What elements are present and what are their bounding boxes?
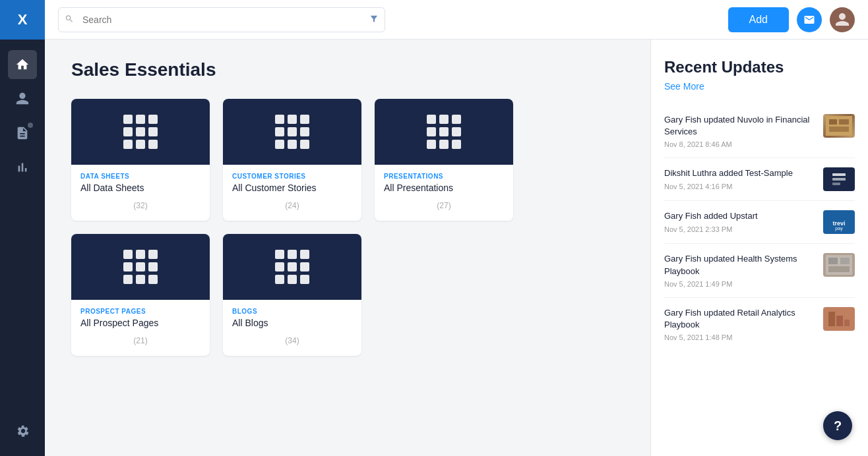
card-title: All Blogs: [232, 318, 352, 328]
topbar: Add: [45, 0, 868, 40]
card-title: All Presentations: [384, 183, 504, 193]
svg-rect-3: [829, 127, 849, 132]
card-presentations[interactable]: PRESENTATIONS All Presentations (27): [375, 99, 513, 221]
documents-icon: [15, 126, 30, 140]
card-thumb: [223, 99, 361, 165]
card-customer-stories[interactable]: CUSTOMER STORIES All Customer Stories (2…: [223, 99, 361, 221]
see-more-link[interactable]: See More: [664, 81, 704, 92]
grid-icon: [123, 250, 158, 284]
recent-updates-title: Recent Updates: [664, 58, 855, 76]
right-panel: Recent Updates See More Gary Fish update…: [650, 40, 868, 456]
update-text: Gary Fish updated Health Systems Playboo…: [664, 253, 817, 287]
card-category: PRESENTATIONS: [384, 173, 504, 180]
card-body: DATA SHEETS All Data Sheets (32): [71, 165, 210, 221]
card-title: All Data Sheets: [80, 183, 201, 193]
svg-rect-0: [826, 116, 852, 136]
update-thumbnail: [823, 253, 855, 277]
search-container: [58, 7, 385, 32]
update-item: Gary Fish updated Health Systems Playboo…: [664, 244, 855, 297]
update-desc: Gary Fish updated Retail Analytics Playb…: [664, 307, 817, 331]
sidebar-item-analytics[interactable]: [8, 153, 37, 182]
svg-text:pay: pay: [835, 226, 843, 231]
update-text: Gary Fish added Upstart Nov 5, 2021 2:33…: [664, 210, 817, 233]
grid-icon: [275, 250, 309, 284]
card-thumb: [71, 99, 210, 165]
card-prospect-pages[interactable]: PROSPECT PAGES All Prospect Pages (21): [71, 234, 210, 356]
search-icon: [65, 14, 74, 25]
add-button[interactable]: Add: [728, 7, 789, 32]
grid-icon: [275, 115, 309, 149]
avatar[interactable]: [830, 7, 855, 32]
card-body: PRESENTATIONS All Presentations (27): [375, 165, 513, 221]
sidebar-nav: [8, 40, 37, 416]
update-text: Dikshit Luthra added Test-Sample Nov 5, …: [664, 167, 817, 190]
settings-icon: [15, 424, 30, 438]
svg-rect-6: [832, 178, 846, 181]
card-count: (32): [80, 201, 201, 214]
update-time: Nov 5, 2021 2:33 PM: [664, 225, 817, 233]
update-time: Nov 5, 2021 1:49 PM: [664, 280, 817, 288]
update-desc: Gary Fish added Upstart: [664, 210, 817, 222]
card-category: CUSTOMER STORIES: [232, 173, 352, 180]
card-title: All Prospect Pages: [80, 318, 201, 328]
svg-rect-18: [844, 320, 850, 326]
update-desc: Gary Fish updated Health Systems Playboo…: [664, 253, 817, 277]
card-category: PROSPECT PAGES: [80, 308, 201, 315]
card-thumb: [375, 99, 513, 165]
card-body: BLOGS All Blogs (34): [223, 300, 361, 356]
update-item: Gary Fish updated Retail Analytics Playb…: [664, 298, 855, 351]
svg-rect-2: [839, 119, 849, 125]
update-item: Dikshit Luthra added Test-Sample Nov 5, …: [664, 158, 855, 201]
update-text: Gary Fish updated Nuvolo in Financial Se…: [664, 114, 817, 148]
svg-rect-14: [828, 266, 850, 272]
update-thumbnail: [823, 114, 855, 138]
sidebar-bottom: [8, 416, 37, 456]
update-thumbnail: [823, 167, 855, 191]
filter-icon[interactable]: [369, 14, 379, 25]
update-item: Gary Fish added Upstart Nov 5, 2021 2:33…: [664, 201, 855, 244]
update-desc: Dikshit Luthra added Test-Sample: [664, 167, 817, 179]
svg-rect-1: [829, 119, 837, 125]
svg-rect-5: [832, 173, 846, 176]
update-text: Gary Fish updated Retail Analytics Playb…: [664, 307, 817, 341]
update-item: Gary Fish updated Nuvolo in Financial Se…: [664, 105, 855, 158]
app-logo[interactable]: X: [0, 0, 45, 40]
page-title: Sales Essentials: [71, 59, 624, 80]
update-desc: Gary Fish updated Nuvolo in Financial Se…: [664, 114, 817, 138]
card-title: All Customer Stories: [232, 183, 352, 193]
sidebar-item-settings[interactable]: [8, 416, 37, 445]
sidebar-item-documents[interactable]: [8, 119, 37, 148]
update-thumbnail: trevi pay: [823, 210, 855, 234]
help-button[interactable]: ?: [823, 411, 852, 440]
people-icon: [15, 92, 30, 106]
sidebar-item-home[interactable]: [8, 50, 37, 79]
card-body: CUSTOMER STORIES All Customer Stories (2…: [223, 165, 361, 221]
grid-icon: [123, 115, 158, 149]
content-area: Sales Essentials DATA SHEETS All Data Sh…: [45, 40, 868, 456]
svg-rect-17: [836, 316, 843, 326]
main-panel: Sales Essentials DATA SHEETS All Data Sh…: [45, 40, 650, 456]
svg-rect-16: [828, 312, 835, 326]
card-category: BLOGS: [232, 308, 352, 315]
svg-rect-12: [828, 258, 838, 264]
analytics-icon: [15, 160, 30, 175]
card-count: (34): [232, 336, 352, 349]
card-count: (27): [384, 201, 504, 214]
card-category: DATA SHEETS: [80, 173, 201, 180]
update-time: Nov 8, 2021 8:46 AM: [664, 140, 817, 148]
card-count: (24): [232, 201, 352, 214]
search-input[interactable]: [58, 7, 385, 32]
update-thumbnail: [823, 307, 855, 331]
mail-button[interactable]: [797, 7, 822, 32]
cards-grid: DATA SHEETS All Data Sheets (32): [71, 99, 624, 356]
sidebar-item-people[interactable]: [8, 84, 37, 113]
card-count: (21): [80, 336, 201, 349]
card-blogs[interactable]: BLOGS All Blogs (34): [223, 234, 361, 356]
main-area: Add Sales Essentials: [45, 0, 868, 456]
card-body: PROSPECT PAGES All Prospect Pages (21): [71, 300, 210, 356]
home-icon: [15, 57, 30, 72]
card-thumb: [71, 234, 210, 300]
svg-rect-13: [840, 258, 850, 264]
card-thumb: [223, 234, 361, 300]
card-data-sheets[interactable]: DATA SHEETS All Data Sheets (32): [71, 99, 210, 221]
